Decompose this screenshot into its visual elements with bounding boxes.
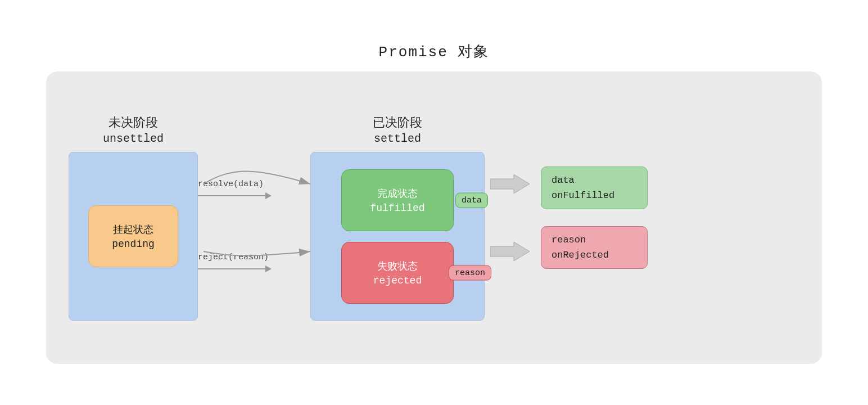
settled-en: settled	[373, 132, 422, 145]
diagram-body: 未决阶段 unsettled 挂起状态 pending	[69, 114, 799, 321]
to-right-arrows	[485, 133, 530, 302]
fulfilled-box: 完成状态 fulfilled data	[341, 169, 454, 231]
svg-marker-2	[490, 242, 530, 261]
page-title: Promise 对象	[379, 42, 490, 61]
pending-zh: 挂起状态	[113, 223, 153, 236]
rejected-arrow	[490, 242, 530, 261]
svg-marker-1	[490, 174, 530, 194]
unsettled-box: 挂起状态 pending	[69, 152, 198, 321]
rejected-arrow-svg	[490, 242, 530, 261]
data-badge: data	[455, 192, 488, 208]
reason-badge: reason	[449, 265, 491, 280]
arrows-svg	[198, 133, 310, 302]
rejected-right-label2: onRejected	[551, 250, 637, 260]
settled-zh: 已决阶段	[373, 114, 422, 131]
pending-en: pending	[112, 238, 155, 250]
page-wrapper: Promise 对象 未决阶段 unsettled 挂起状态 pending	[0, 0, 868, 405]
rejected-box: 失败状态 rejected reason	[341, 242, 454, 304]
rejected-right-panel: reason onRejected	[541, 226, 648, 269]
unsettled-label: 未决阶段 unsettled	[103, 114, 164, 145]
fulfilled-right-label2: onFulfilled	[551, 190, 637, 201]
right-section: data onFulfilled reason onRejected	[541, 166, 648, 269]
pending-box: 挂起状态 pending	[88, 205, 178, 267]
unsettled-section: 未决阶段 unsettled 挂起状态 pending	[69, 114, 198, 321]
fulfilled-arrow-svg	[490, 174, 530, 194]
settled-box: 完成状态 fulfilled data 失败状态 rejected reason	[310, 152, 485, 321]
settled-label: 已决阶段 settled	[373, 114, 422, 145]
fulfilled-zh: 完成状态	[377, 187, 418, 200]
fulfilled-right-panel: data onFulfilled	[541, 166, 648, 209]
between-arrows: resolve(data) reject(reason)	[198, 133, 310, 302]
fulfilled-en: fulfilled	[370, 202, 424, 214]
rejected-right-label1: reason	[551, 235, 637, 245]
fulfilled-arrow	[490, 174, 530, 194]
rejected-en: rejected	[373, 275, 422, 286]
unsettled-en: unsettled	[103, 132, 164, 145]
rejected-zh: 失败状态	[377, 259, 418, 273]
unsettled-zh: 未决阶段	[103, 114, 164, 131]
fulfilled-right-label1: data	[551, 175, 637, 186]
outer-box: 未决阶段 unsettled 挂起状态 pending	[46, 71, 822, 364]
settled-section: 已决阶段 settled 完成状态 fulfilled data 失败状态 re…	[310, 114, 485, 321]
